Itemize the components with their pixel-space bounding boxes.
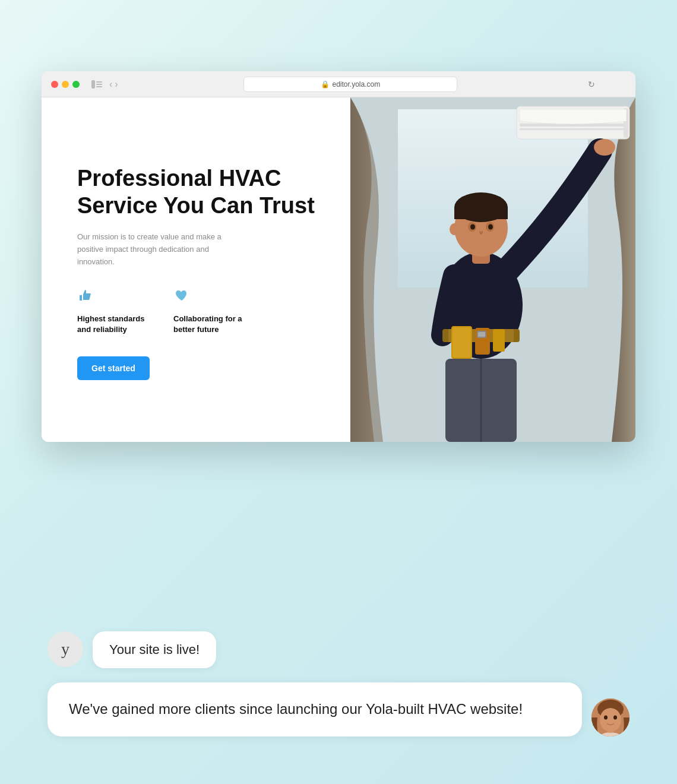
svg-rect-30 xyxy=(478,332,485,337)
feature-standards-label: Highest standards and reliability xyxy=(77,314,154,335)
hero-title: Professional HVAC Service You Can Trust xyxy=(77,165,321,219)
feature-standards: Highest standards and reliability xyxy=(77,287,154,335)
chat-section: y Your site is live! We've gained more c… xyxy=(42,631,635,736)
traffic-lights xyxy=(51,81,80,88)
minimize-button[interactable] xyxy=(62,81,69,88)
feature-collab: Collaborating for a better future xyxy=(173,287,251,335)
chat-row-1: y Your site is live! xyxy=(48,631,629,668)
nav-arrows[interactable]: ‹ › xyxy=(109,79,118,90)
svg-point-21 xyxy=(450,223,459,235)
svg-point-36 xyxy=(604,716,608,720)
left-panel: Professional HVAC Service You Can Trust … xyxy=(42,97,350,442)
hero-image: Unsplash+ Unsplash+ Unsplash+ Unsplash+ … xyxy=(350,97,635,442)
svg-point-35 xyxy=(600,708,621,732)
svg-rect-0 xyxy=(91,80,95,88)
svg-rect-16 xyxy=(454,207,508,219)
browser-body: Professional HVAC Service You Can Trust … xyxy=(42,97,635,442)
svg-rect-26 xyxy=(453,327,471,358)
hero-subtitle: Our mission is to create value and make … xyxy=(77,231,243,268)
svg-rect-28 xyxy=(493,329,505,352)
chat-row-2: We've gained more clients since launchin… xyxy=(48,682,629,736)
svg-rect-10 xyxy=(520,128,627,130)
refresh-button[interactable]: ↻ xyxy=(588,80,595,89)
back-arrow[interactable]: ‹ xyxy=(109,79,112,90)
address-bar[interactable]: 🔒 editor.yola.com xyxy=(243,77,457,92)
svg-rect-2 xyxy=(96,84,102,85)
chat-bubble-2-text: We've gained more clients since launchin… xyxy=(69,701,523,717)
browser-chrome: ‹ › 🔒 editor.yola.com ↻ xyxy=(42,71,635,97)
svg-rect-3 xyxy=(96,86,102,87)
user-avatar-image xyxy=(591,698,629,736)
feature-collab-label: Collaborating for a better future xyxy=(173,314,251,335)
yola-avatar: y xyxy=(48,631,83,667)
heart-icon xyxy=(173,287,251,308)
browser-window: ‹ › 🔒 editor.yola.com ↻ Professional HVA… xyxy=(42,71,635,442)
thumbs-up-icon xyxy=(77,287,154,308)
features-row: Highest standards and reliability Collab… xyxy=(77,287,321,335)
site-live-bubble: Your site is live! xyxy=(93,631,216,668)
url-text: editor.yola.com xyxy=(332,80,380,88)
user-avatar xyxy=(591,698,629,736)
testimonial-bubble: We've gained more clients since launchin… xyxy=(48,682,582,736)
maximize-button[interactable] xyxy=(72,81,80,88)
right-panel: Unsplash+ Unsplash+ Unsplash+ Unsplash+ … xyxy=(350,97,635,442)
svg-point-19 xyxy=(470,225,475,230)
svg-point-37 xyxy=(613,716,617,720)
svg-point-20 xyxy=(488,225,493,230)
chat-bubble-1-text: Your site is live! xyxy=(109,642,200,657)
svg-point-22 xyxy=(594,139,615,156)
svg-rect-1 xyxy=(96,81,102,83)
sidebar-toggle[interactable] xyxy=(91,80,102,88)
get-started-button[interactable]: Get started xyxy=(77,356,150,380)
close-button[interactable] xyxy=(51,81,58,88)
worker-illustration xyxy=(350,97,635,442)
forward-arrow[interactable]: › xyxy=(115,79,118,90)
